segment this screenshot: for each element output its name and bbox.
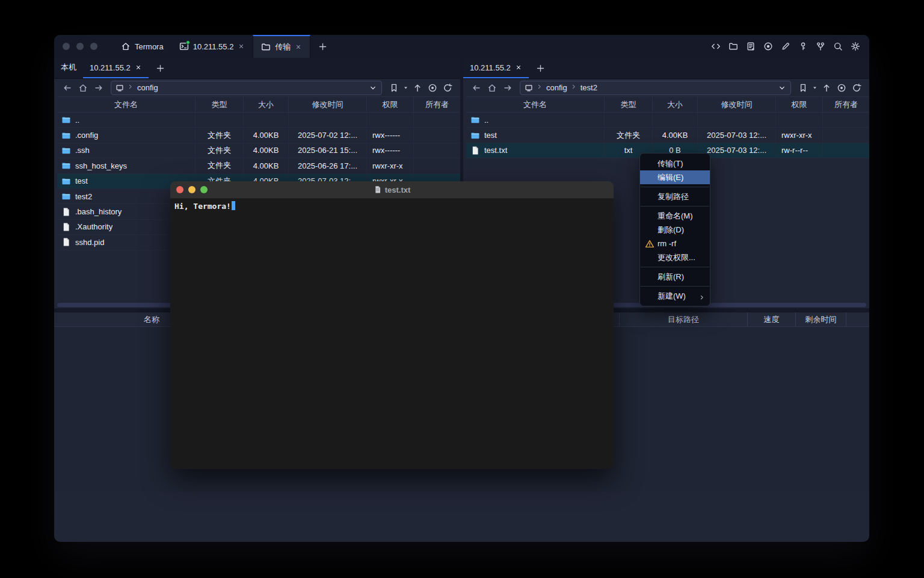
- menu-item-e[interactable]: 编辑(E): [640, 170, 710, 184]
- file-name-cell: .ssh: [57, 143, 196, 158]
- home-button[interactable]: [484, 81, 500, 95]
- refresh-button[interactable]: [440, 81, 455, 95]
- breadcrumb[interactable]: config: [546, 83, 567, 92]
- window-minimize-button[interactable]: [76, 43, 84, 50]
- close-icon[interactable]: [135, 64, 142, 71]
- eye-icon: [837, 83, 846, 93]
- back-button[interactable]: [469, 81, 484, 95]
- pencil-button[interactable]: [780, 41, 791, 52]
- panel-new-tab-button[interactable]: [149, 58, 172, 78]
- column-header[interactable]: 权限: [367, 97, 414, 112]
- upload-button[interactable]: [410, 81, 425, 95]
- transfer-column-header[interactable]: [846, 312, 869, 326]
- notes-button[interactable]: [745, 41, 756, 52]
- menu-item-[interactable]: 更改权限...: [640, 250, 710, 264]
- breadcrumb[interactable]: config: [137, 83, 158, 92]
- file-table-header: 文件名类型大小修改时间权限所有者: [466, 96, 869, 113]
- menu-item-w[interactable]: 新建(W): [640, 289, 710, 303]
- refresh-button[interactable]: [849, 81, 864, 95]
- search-button[interactable]: [833, 41, 843, 52]
- back-icon: [472, 83, 481, 93]
- column-header[interactable]: 大小: [244, 97, 289, 112]
- panel-tab-left-0[interactable]: 本机: [54, 58, 83, 78]
- new-tab-button[interactable]: [310, 35, 335, 58]
- table-row[interactable]: .config文件夹4.00KB2025-07-02 12:...rwx----…: [57, 128, 460, 143]
- panel-tab-right-0[interactable]: 10.211.55.2: [463, 58, 529, 78]
- eye-icon: [428, 83, 437, 93]
- editor-minimize-button[interactable]: [188, 186, 196, 193]
- column-header[interactable]: 修改时间: [289, 97, 367, 112]
- column-header[interactable]: 类型: [605, 97, 653, 112]
- panel-tab-left-1[interactable]: 10.211.55.2: [83, 58, 149, 78]
- settings-button[interactable]: [850, 41, 861, 52]
- keychain-button[interactable]: [815, 41, 826, 52]
- bookmark-button[interactable]: [386, 81, 401, 95]
- record-button[interactable]: [763, 41, 774, 52]
- close-icon[interactable]: [238, 43, 245, 50]
- panel-tab-bar: 10.211.55.2: [463, 58, 869, 79]
- editor-content[interactable]: Hi, Termora!: [170, 199, 614, 469]
- close-icon[interactable]: [295, 43, 302, 51]
- table-row[interactable]: ..: [466, 113, 869, 128]
- editor-close-button[interactable]: [176, 186, 183, 193]
- keychain-icon: [816, 42, 825, 51]
- transfer-column-header[interactable]: 目标路径: [620, 312, 748, 326]
- column-header[interactable]: 文件名: [57, 97, 196, 112]
- window-close-button[interactable]: [63, 43, 70, 50]
- window-controls[interactable]: [54, 35, 113, 58]
- column-header[interactable]: 所有者: [823, 97, 869, 112]
- column-header[interactable]: 类型: [196, 97, 244, 112]
- tab-ssh-session[interactable]: 10.211.55.2: [171, 35, 253, 58]
- table-row[interactable]: ..: [57, 113, 460, 128]
- table-row[interactable]: ssh_host_keys文件夹4.00KB2025-06-26 17:...r…: [57, 158, 460, 173]
- window-zoom-button[interactable]: [90, 43, 97, 50]
- close-icon[interactable]: [515, 64, 522, 71]
- folder-icon: [61, 176, 71, 186]
- table-row[interactable]: .ssh文件夹4.00KB2025-06-21 15:...rwx------: [57, 143, 460, 158]
- back-button[interactable]: [60, 81, 75, 95]
- tab-termora-home[interactable]: Termora: [113, 35, 171, 58]
- menu-item-[interactable]: 复制路径: [640, 190, 710, 204]
- menu-item-m[interactable]: 重命名(M): [640, 209, 710, 223]
- bookmark-button[interactable]: [795, 81, 810, 95]
- upload-button[interactable]: [819, 81, 834, 95]
- menu-item-rmrf[interactable]: rm -rf: [640, 237, 710, 250]
- chevron-right-icon: [570, 83, 578, 90]
- menu-item-r[interactable]: 刷新(R): [640, 270, 710, 284]
- column-header[interactable]: 修改时间: [698, 97, 776, 112]
- folder-icon: [470, 115, 480, 125]
- column-header[interactable]: 所有者: [414, 97, 460, 112]
- menu-item-t[interactable]: 传输(T): [640, 157, 710, 170]
- editor-zoom-button[interactable]: [200, 186, 208, 193]
- file-mtime-cell: [698, 113, 776, 127]
- code-button[interactable]: [710, 41, 721, 52]
- column-header[interactable]: 权限: [776, 97, 823, 112]
- path-bar[interactable]: config: [111, 81, 382, 95]
- table-row[interactable]: test文件夹4.00KB2025-07-03 12:...rwxr-xr-x: [466, 128, 869, 143]
- bookmark-dropdown-button[interactable]: [401, 81, 410, 95]
- show-hidden-files-button[interactable]: [834, 81, 849, 95]
- transfer-column-header[interactable]: 剩余时间: [796, 312, 846, 326]
- transfer-column-header[interactable]: 速度: [748, 312, 796, 326]
- editor-titlebar[interactable]: test.txt: [170, 181, 614, 199]
- forward-button[interactable]: [91, 81, 106, 95]
- file-type-cell: [605, 113, 653, 127]
- menu-item-d[interactable]: 删除(D): [640, 223, 710, 237]
- bookmark-dropdown-button[interactable]: [810, 81, 819, 95]
- forward-button[interactable]: [500, 81, 516, 95]
- chevron-down-icon[interactable]: [778, 84, 786, 92]
- breadcrumb-separator-icon: [127, 83, 134, 92]
- record-icon: [763, 42, 773, 51]
- tab-transfer[interactable]: 传输: [253, 35, 310, 58]
- breadcrumb[interactable]: test2: [581, 83, 597, 92]
- path-bar[interactable]: configtest2: [520, 81, 791, 95]
- chevron-down-icon[interactable]: [369, 84, 377, 92]
- panel-new-tab-button[interactable]: [529, 58, 552, 78]
- editor-window-controls[interactable]: [176, 186, 208, 193]
- folder-button[interactable]: [728, 41, 739, 52]
- show-hidden-files-button[interactable]: [425, 81, 440, 95]
- column-header[interactable]: 大小: [653, 97, 698, 112]
- key-button[interactable]: [798, 41, 808, 52]
- column-header[interactable]: 文件名: [466, 97, 605, 112]
- home-button[interactable]: [75, 81, 91, 95]
